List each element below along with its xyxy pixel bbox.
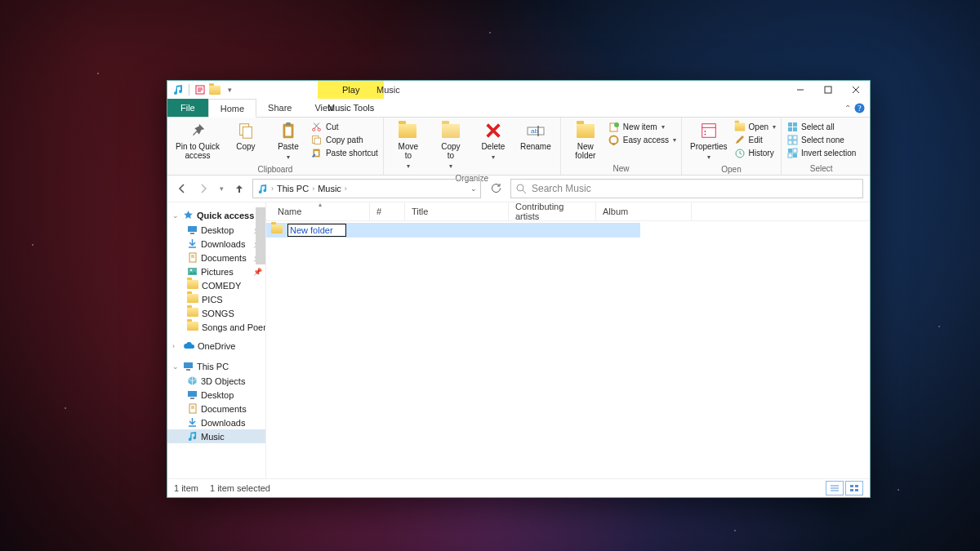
- address-bar[interactable]: › This PC › Music › ⌄: [252, 179, 481, 198]
- breadcrumb-music[interactable]: Music: [318, 184, 341, 193]
- easy-access-button[interactable]: Easy access ▾: [608, 134, 676, 145]
- column-number[interactable]: #: [370, 202, 405, 220]
- monitor-icon: [183, 361, 194, 371]
- delete-button[interactable]: Delete▾: [474, 119, 513, 163]
- sidebar-item-music[interactable]: Music: [167, 429, 265, 443]
- recent-locations-button[interactable]: ▾: [216, 180, 226, 197]
- cut-button[interactable]: Cut: [311, 121, 378, 132]
- minimize-button[interactable]: [786, 81, 814, 99]
- tab-home[interactable]: Home: [208, 99, 256, 118]
- history-button[interactable]: History: [734, 147, 776, 158]
- column-album[interactable]: Album: [596, 202, 692, 220]
- folder-icon: [271, 224, 283, 236]
- contextual-tab-play[interactable]: Play: [318, 81, 384, 99]
- copy-path-button[interactable]: Copy path: [311, 134, 378, 145]
- svg-rect-9: [286, 122, 291, 126]
- copy-to-button[interactable]: Copy to▾: [431, 119, 470, 172]
- search-box[interactable]: Search Music: [510, 179, 863, 198]
- column-contributing-artists[interactable]: Contributing artists: [509, 202, 596, 220]
- tab-music-tools[interactable]: Music Tools: [318, 97, 384, 117]
- svg-rect-38: [793, 153, 797, 158]
- content-pane: Name # Title Contributing artists Album: [266, 202, 870, 478]
- sidebar-item-3d-objects[interactable]: 3D Objects: [167, 374, 265, 388]
- copy-to-icon: [441, 121, 461, 140]
- help-icon[interactable]: ?: [854, 103, 865, 113]
- sidebar-item-pics[interactable]: PICS: [167, 292, 265, 306]
- svg-rect-32: [793, 136, 797, 140]
- svg-point-48: [190, 269, 192, 271]
- file-row-new-folder[interactable]: [266, 223, 640, 238]
- file-list[interactable]: [266, 221, 870, 478]
- ribbon-collapse-icon[interactable]: ⌃: [844, 104, 851, 113]
- invert-selection-button[interactable]: Invert selection: [786, 147, 856, 158]
- refresh-button[interactable]: [486, 179, 506, 198]
- svg-rect-27: [788, 122, 792, 127]
- invert-selection-icon: [786, 147, 798, 158]
- desktop-background: ▾ Play Music File Home Share View Music …: [0, 0, 980, 551]
- edit-icon: [734, 134, 746, 145]
- svg-rect-36: [793, 149, 797, 153]
- move-to-button[interactable]: Move to▾: [389, 119, 428, 172]
- forward-button[interactable]: [195, 180, 212, 197]
- document-icon: [187, 403, 198, 414]
- rename-input[interactable]: [287, 224, 346, 237]
- new-folder-button[interactable]: New folder: [566, 119, 605, 162]
- tab-file[interactable]: File: [167, 99, 208, 117]
- sidebar-item-downloads[interactable]: Downloads: [167, 415, 265, 429]
- properties-button[interactable]: Properties▾: [687, 119, 731, 163]
- tab-share[interactable]: Share: [256, 99, 303, 117]
- status-selected-count: 1 item selected: [210, 483, 270, 493]
- tree-onedrive[interactable]: ›OneDrive: [167, 339, 265, 353]
- copy-button[interactable]: Copy: [226, 119, 265, 153]
- sidebar-item-downloads[interactable]: Downloads📌: [167, 237, 265, 251]
- sidebar-item-comedy[interactable]: COMEDY: [167, 278, 265, 292]
- back-button[interactable]: [174, 180, 190, 197]
- paste-shortcut-icon: [311, 147, 323, 158]
- sidebar-item-pictures[interactable]: Pictures📌: [167, 264, 265, 278]
- ribbon: Pin to Quick access Copy Paste▾ Cut Copy…: [167, 118, 870, 176]
- sidebar-item-songs[interactable]: SONGS: [167, 306, 265, 320]
- delete-x-icon: [483, 121, 503, 140]
- star-icon: [183, 210, 194, 220]
- paste-button[interactable]: Paste▾: [269, 119, 308, 163]
- maximize-button[interactable]: [814, 81, 842, 99]
- qat-folder-icon[interactable]: [209, 84, 220, 96]
- breadcrumb-this-pc[interactable]: This PC: [277, 184, 309, 193]
- open-icon: [734, 121, 746, 132]
- app-music-icon: [172, 84, 184, 96]
- navigation-pane[interactable]: ⌄Quick access Desktop📌Downloads📌Document…: [167, 202, 266, 478]
- column-name[interactable]: Name: [271, 202, 370, 220]
- close-button[interactable]: [842, 81, 870, 99]
- select-all-button[interactable]: Select all: [786, 121, 856, 132]
- move-to-icon: [399, 121, 418, 140]
- svg-rect-49: [184, 362, 193, 368]
- sidebar-item-songs-and-poem[interactable]: Songs and Poem: [167, 320, 265, 334]
- svg-rect-61: [855, 485, 858, 487]
- rename-button[interactable]: abRename: [516, 119, 555, 153]
- qat-properties-icon[interactable]: [194, 84, 206, 96]
- ribbon-group-new: New folder New item ▾ Easy access ▾ New: [561, 118, 682, 175]
- view-details-button[interactable]: [826, 481, 844, 495]
- column-headers[interactable]: Name # Title Contributing artists Album: [266, 202, 870, 221]
- svg-rect-33: [788, 140, 792, 144]
- svg-point-20: [614, 122, 619, 127]
- sidebar-item-desktop[interactable]: Desktop: [167, 388, 265, 402]
- column-title[interactable]: Title: [405, 202, 509, 220]
- paste-shortcut-button[interactable]: Paste shortcut: [311, 147, 378, 158]
- qat-dropdown-icon[interactable]: ▾: [224, 84, 235, 96]
- sidebar-scrollbar[interactable]: [256, 204, 265, 478]
- tree-quick-access[interactable]: ⌄Quick access: [167, 207, 265, 223]
- edit-button[interactable]: Edit: [734, 134, 776, 145]
- sidebar-item-desktop[interactable]: Desktop📌: [167, 223, 265, 237]
- sidebar-item-documents[interactable]: Documents📌: [167, 251, 265, 264]
- up-button[interactable]: [231, 180, 247, 197]
- tree-this-pc[interactable]: ⌄This PC: [167, 358, 265, 374]
- pin-to-quick-access-button[interactable]: Pin to Quick access: [172, 119, 223, 162]
- view-large-icons-button[interactable]: [845, 481, 863, 495]
- open-button[interactable]: Open ▾: [734, 121, 776, 132]
- new-item-button[interactable]: New item ▾: [608, 121, 676, 132]
- sidebar-item-documents[interactable]: Documents: [167, 402, 265, 415]
- select-none-button[interactable]: Select none: [786, 134, 856, 145]
- address-dropdown-icon[interactable]: ⌄: [470, 184, 477, 193]
- group-label-new: New: [612, 162, 629, 175]
